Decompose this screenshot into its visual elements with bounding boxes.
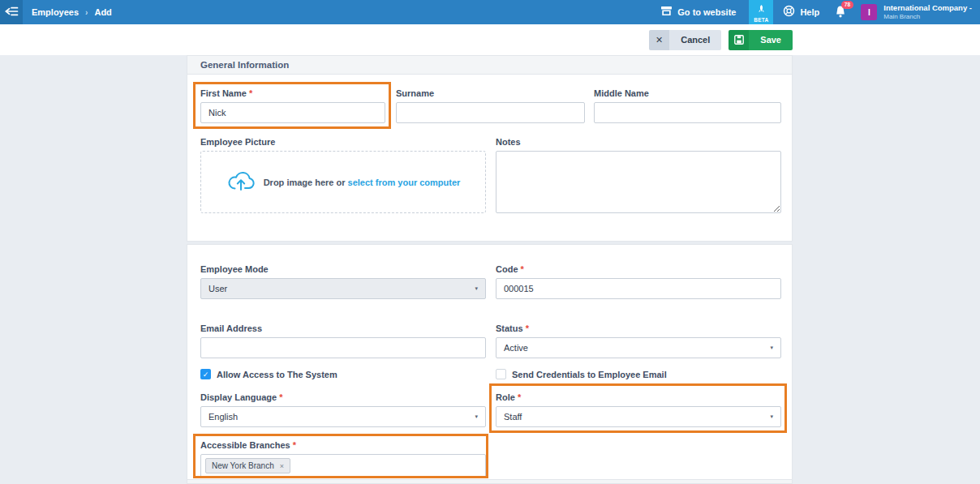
go-to-website-button[interactable]: Go to website [660, 5, 736, 19]
chevron-down-icon: ▾ [770, 345, 773, 351]
bell-icon [834, 7, 847, 21]
general-information-card: General Information First Name * Surname… [187, 55, 793, 242]
surname-field: Surname [396, 88, 585, 123]
storefront-icon [660, 5, 673, 19]
employee-picture-label: Employee Picture [200, 137, 486, 147]
section-header: General Information [187, 56, 792, 75]
checkbox-unchecked-icon[interactable] [496, 369, 506, 379]
first-name-input[interactable] [200, 102, 385, 123]
company-menu[interactable]: International Company - Main Branch [883, 4, 972, 20]
checkbox-checked-icon[interactable]: ✓ [200, 369, 211, 379]
required-asterisk: * [521, 264, 524, 274]
employee-mode-label: Employee Mode [200, 264, 486, 274]
chevron-down-icon: ▾ [475, 413, 478, 420]
company-avatar[interactable]: I [861, 4, 877, 20]
role-label: Role [496, 392, 515, 402]
display-language-label: Display Language [200, 392, 277, 402]
chevron-down-icon: ▾ [475, 285, 478, 292]
middle-name-label: Middle Name [594, 88, 781, 98]
breadcrumb: Employees › Add [32, 7, 112, 17]
go-to-website-label: Go to website [677, 7, 736, 17]
cancel-button-label: Cancel [669, 30, 721, 50]
save-button-label: Save [749, 30, 793, 50]
top-navigation-bar: Employees › Add Go to website BETA [0, 0, 980, 24]
select-from-computer-link[interactable]: select from your computer [348, 178, 461, 187]
help-buoy-icon [783, 5, 795, 20]
required-asterisk: * [279, 392, 282, 402]
email-input[interactable] [200, 337, 486, 358]
code-label: Code [496, 264, 518, 274]
save-disk-icon [729, 30, 749, 50]
status-select[interactable]: Active ▾ [496, 337, 781, 358]
notification-count-badge: 78 [841, 1, 853, 9]
surname-input[interactable] [396, 102, 585, 123]
remove-tag-icon[interactable]: × [280, 462, 284, 470]
send-credentials-checkbox-row[interactable]: Send Credentials to Employee Email [496, 369, 667, 379]
breadcrumb-separator-icon: › [85, 8, 88, 17]
cloud-upload-icon [226, 169, 256, 195]
status-field: Status * Active ▾ [496, 323, 781, 358]
email-label: Email Address [200, 323, 486, 333]
help-label: Help [800, 7, 819, 17]
beta-badge[interactable]: BETA [749, 0, 773, 24]
middle-name-field: Middle Name [594, 88, 781, 123]
chevron-down-icon: ▾ [770, 413, 773, 420]
topbar-right-group: Go to website BETA Help [660, 0, 980, 24]
company-branch: Main Branch [883, 13, 972, 20]
rocket-icon [758, 2, 765, 16]
employee-mode-select[interactable]: User ▾ [200, 278, 486, 299]
employee-picture-field: Employee Picture Drop image here or sele… [200, 137, 486, 213]
employee-mode-value: User [208, 284, 227, 293]
allow-access-checkbox-row[interactable]: ✓ Allow Access to The System [200, 369, 337, 379]
company-name: International Company - [883, 4, 972, 13]
first-name-label: First Name [200, 88, 247, 98]
cancel-button[interactable]: ✕ Cancel [649, 30, 721, 50]
notes-field: Notes [496, 137, 781, 216]
beta-label: BETA [754, 17, 768, 23]
branch-tag-label: New York Branch [212, 461, 274, 470]
required-asterisk: * [249, 88, 252, 98]
employee-settings-card: Employee Mode User ▾ Code * Email Addres… [187, 244, 793, 484]
drop-image-text: Drop image here or [264, 178, 346, 187]
surname-label: Surname [396, 88, 585, 98]
display-language-field: Display Language * English ▾ [200, 392, 486, 427]
breadcrumb-employees[interactable]: Employees [32, 7, 79, 17]
branch-tag: New York Branch × [205, 458, 290, 473]
collapse-sidebar-icon [5, 5, 19, 19]
required-asterisk: * [293, 440, 296, 450]
middle-name-input[interactable] [594, 102, 781, 123]
code-field: Code * [496, 264, 781, 299]
email-field: Email Address [200, 323, 486, 358]
employee-mode-field: Employee Mode User ▾ [200, 264, 486, 299]
next-section-header-edge [187, 479, 792, 483]
accessible-branches-field: Accessible Branches * New York Branch × [200, 440, 486, 478]
allow-access-label: Allow Access to The System [217, 370, 337, 379]
collapse-sidebar-button[interactable] [0, 0, 23, 24]
image-dropzone[interactable]: Drop image here or select from your comp… [200, 151, 486, 213]
branches-multiselect[interactable]: New York Branch × [200, 454, 486, 478]
accessible-branches-label: Accessible Branches [200, 440, 290, 450]
display-language-value: English [208, 412, 238, 422]
required-asterisk: * [518, 392, 521, 402]
role-select[interactable]: Staff ▾ [496, 406, 781, 427]
role-field: Role * Staff ▾ [496, 392, 781, 427]
first-name-field: First Name * [200, 88, 385, 123]
section-title: General Information [200, 60, 289, 70]
save-button[interactable]: Save [729, 30, 793, 50]
status-label: Status [496, 323, 523, 333]
display-language-select[interactable]: English ▾ [200, 406, 486, 427]
breadcrumb-add: Add [94, 7, 111, 17]
form-action-toolbar: ✕ Cancel Save [0, 24, 980, 55]
send-credentials-label: Send Credentials to Employee Email [512, 370, 667, 379]
close-icon: ✕ [649, 30, 669, 50]
notes-label: Notes [496, 137, 781, 147]
role-value: Staff [504, 412, 522, 422]
help-button[interactable]: Help [783, 5, 819, 20]
code-input[interactable] [496, 278, 781, 299]
notes-textarea[interactable] [496, 151, 781, 213]
status-value: Active [504, 343, 528, 353]
required-asterisk: * [526, 323, 529, 333]
notifications-button[interactable]: 78 [834, 5, 848, 19]
